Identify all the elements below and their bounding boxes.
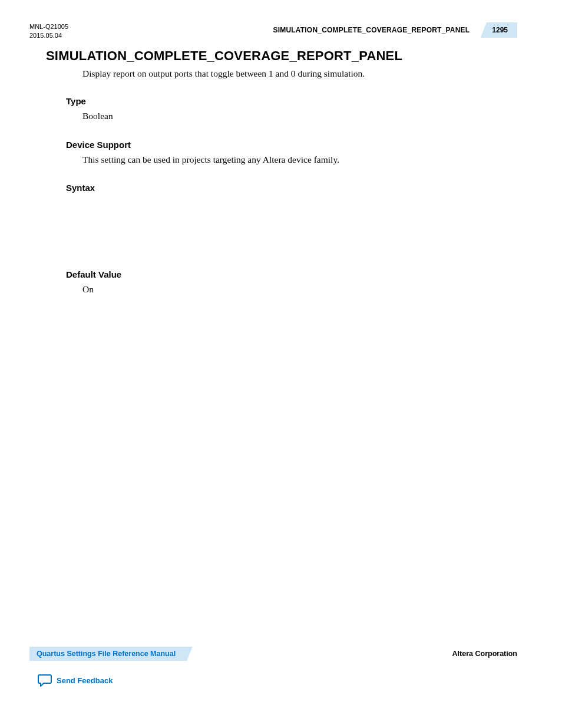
section-body-default-value: On [82,283,517,296]
section-body-type: Boolean [82,110,517,123]
section-heading-default-value: Default Value [66,269,517,279]
section-device-support: Device Support This setting can be used … [29,140,517,166]
page-number-badge: 1295 [478,22,517,38]
section-heading-device-support: Device Support [66,140,517,150]
send-feedback-label: Send Feedback [57,676,113,685]
page-footer: Quartus Settings File Reference Manual A… [29,647,517,687]
manual-title: Quartus Settings File Reference Manual [37,650,176,658]
footer-bar: Quartus Settings File Reference Manual A… [29,647,517,661]
page-header: MNL-Q21005 2015.05.04 SIMULATION_COMPLET… [29,22,517,40]
chat-bubble-icon [38,674,52,687]
footer-divider [183,647,441,661]
header-right: SIMULATION_COMPLETE_COVERAGE_REPORT_PANE… [273,22,518,38]
doc-id-date: 2015.05.04 [29,31,68,40]
doc-id-code: MNL-Q21005 [29,22,68,31]
document-id: MNL-Q21005 2015.05.04 [29,22,68,40]
section-body-syntax [82,196,517,253]
intro-text: Display report on output ports that togg… [82,67,517,80]
section-syntax: Syntax [29,183,517,253]
manual-title-link[interactable]: Quartus Settings File Reference Manual [29,647,183,661]
page-title: SIMULATION_COMPLETE_COVERAGE_REPORT_PANE… [46,48,517,64]
section-heading-type: Type [66,96,517,106]
section-body-device-support: This setting can be used in projects tar… [82,153,517,166]
company-name: Altera Corporation [442,650,517,658]
page-container: MNL-Q21005 2015.05.04 SIMULATION_COMPLET… [0,0,562,728]
section-type: Type Boolean [29,96,517,123]
section-default-value: Default Value On [29,269,517,296]
section-heading-syntax: Syntax [66,183,517,193]
page-number: 1295 [492,26,508,34]
send-feedback-link[interactable]: Send Feedback [38,674,113,687]
section-reference: SIMULATION_COMPLETE_COVERAGE_REPORT_PANE… [273,22,478,38]
